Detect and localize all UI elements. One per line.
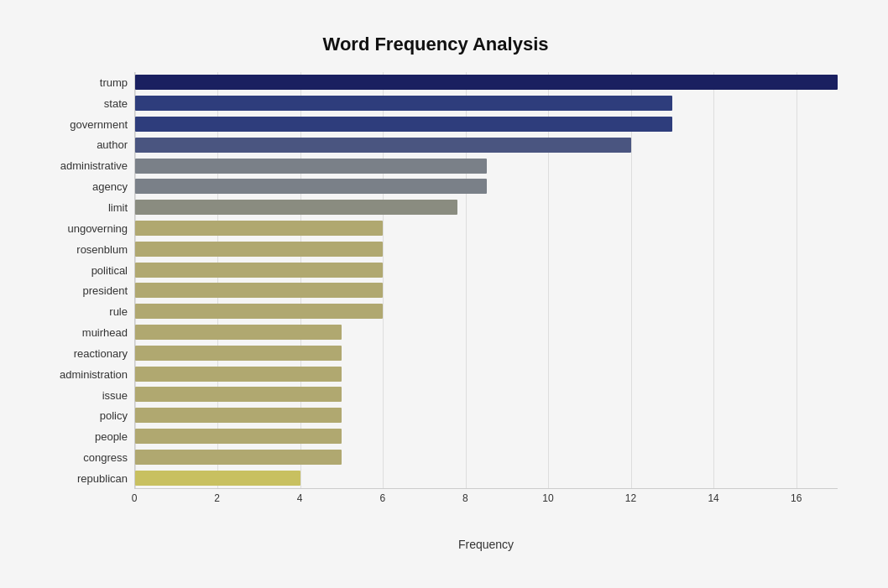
y-axis: trumpstategovernmentauthoradministrative… <box>34 72 134 489</box>
bar <box>135 367 342 382</box>
bar-row <box>135 365 838 383</box>
x-tick: 8 <box>462 492 468 504</box>
x-tick: 6 <box>379 492 385 504</box>
bar <box>135 117 672 132</box>
y-label: muirhead <box>82 323 128 343</box>
bar <box>135 75 838 90</box>
y-label: rosenblum <box>76 239 128 259</box>
y-label: rule <box>109 302 128 322</box>
x-tick: 14 <box>708 492 718 504</box>
y-label: agency <box>92 177 128 197</box>
bar-row <box>135 177 838 195</box>
bar-row <box>135 219 838 237</box>
bar-row <box>135 157 838 175</box>
y-label: administrative <box>60 156 128 176</box>
bar <box>135 159 487 174</box>
x-axis: 0246810121416 <box>134 489 838 514</box>
bar-row <box>135 427 838 445</box>
y-label: reactionary <box>74 343 128 363</box>
x-axis-label: Frequency <box>134 538 838 551</box>
x-tick: 16 <box>791 492 802 504</box>
y-label: limit <box>108 197 128 217</box>
chart-container: Word Frequency Analysis trumpstategovern… <box>17 17 871 588</box>
x-tick: 10 <box>542 492 553 504</box>
y-label: administration <box>60 364 128 384</box>
bar-row <box>135 385 838 403</box>
plot-area <box>134 72 838 489</box>
bar <box>135 221 383 236</box>
x-tick: 12 <box>625 492 636 504</box>
x-tick: 2 <box>214 492 220 504</box>
y-label: issue <box>102 385 128 405</box>
y-label: policy <box>100 406 128 426</box>
bar-row <box>135 469 838 487</box>
y-label: author <box>97 135 128 155</box>
bar-row <box>135 323 838 341</box>
y-label: congress <box>83 448 128 468</box>
y-label: government <box>70 114 128 134</box>
bar-row <box>135 198 838 216</box>
bar-row <box>135 406 838 424</box>
bar-row <box>135 73 838 91</box>
y-label: president <box>83 281 128 301</box>
bar-row <box>135 281 838 299</box>
bar <box>135 263 383 278</box>
bar-row <box>135 240 838 258</box>
bar <box>135 387 342 402</box>
bar <box>135 96 672 111</box>
bar <box>135 471 300 486</box>
bar-row <box>135 302 838 320</box>
bar <box>135 200 457 215</box>
bar-row <box>135 261 838 279</box>
y-label: trump <box>100 72 128 92</box>
y-label: ungoverning <box>67 218 128 238</box>
y-label: political <box>91 260 128 280</box>
y-label: state <box>104 93 128 113</box>
bar <box>135 429 342 444</box>
bar <box>135 450 342 465</box>
bar <box>135 138 631 153</box>
bar <box>135 283 383 298</box>
bar <box>135 408 342 423</box>
y-label: republican <box>77 468 128 488</box>
chart-title: Word Frequency Analysis <box>34 34 838 55</box>
bar-row <box>135 136 838 154</box>
bar <box>135 346 342 361</box>
bar-row <box>135 94 838 112</box>
bar <box>135 242 383 257</box>
bar-row <box>135 344 838 362</box>
bar-row <box>135 448 838 466</box>
bar <box>135 325 342 340</box>
x-tick: 0 <box>132 492 138 504</box>
x-tick: 4 <box>297 492 303 504</box>
y-label: people <box>95 427 128 447</box>
bar <box>135 179 487 194</box>
bar-row <box>135 115 838 133</box>
bar <box>135 304 383 319</box>
